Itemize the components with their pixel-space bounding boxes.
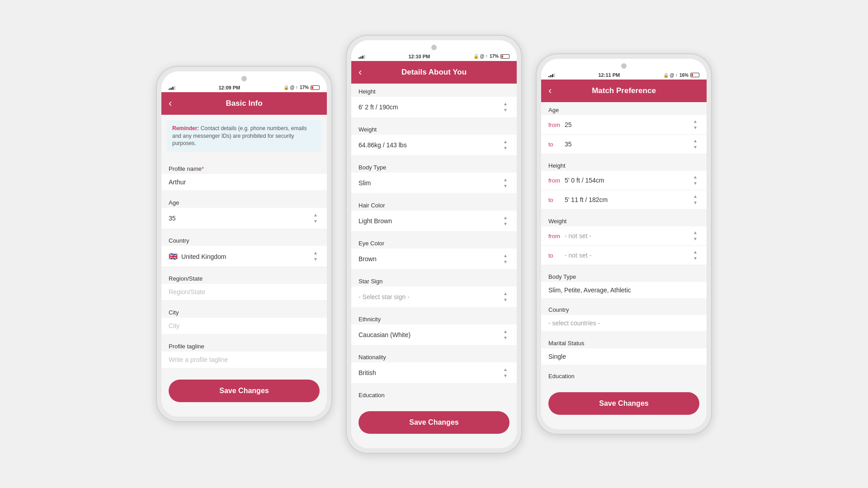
hair-down-2[interactable]: ▼ [501, 221, 509, 227]
star-up-2[interactable]: ▲ [501, 291, 509, 296]
age-from-down-3[interactable]: ▼ [691, 125, 699, 131]
age-to-label-3: to [548, 141, 565, 148]
age-from-label-3: from [548, 122, 565, 128]
tagline-label-1: Profile tagline [161, 338, 327, 352]
weight-to-label-3: to [548, 252, 565, 259]
save-button-2[interactable]: Save Changes [359, 411, 509, 434]
country-stepper-1[interactable]: ▲ ▼ [311, 250, 320, 262]
header-1: ‹ Basic Info [161, 92, 327, 115]
body-type-stepper-2[interactable]: ▲ ▼ [501, 177, 509, 189]
eye-up-2[interactable]: ▲ [501, 253, 509, 258]
education-label-2: Education [351, 387, 517, 400]
height-stepper-2[interactable]: ▲ ▼ [501, 101, 509, 113]
battery-percent-1: 17% [300, 85, 309, 90]
back-button-3[interactable]: ‹ [548, 86, 552, 96]
region-label-1: Region/State [161, 271, 327, 284]
age-to-row-3: to 35 ▲ ▼ [541, 135, 707, 154]
header-2: ‹ Details About You [351, 61, 517, 84]
back-button-2[interactable]: ‹ [359, 67, 362, 77]
age-stepper-1[interactable]: ▲ ▼ [311, 212, 320, 224]
header-3: ‹ Match Preference [541, 80, 707, 102]
height-to-up-3[interactable]: ▲ [691, 194, 699, 199]
body-type-up-2[interactable]: ▲ [501, 177, 509, 183]
weight-from-label-3: from [548, 233, 565, 239]
star-down-2[interactable]: ▼ [501, 297, 509, 303]
country-down-1[interactable]: ▼ [311, 257, 320, 262]
notch-dot-3 [621, 63, 627, 69]
save-button-3[interactable]: Save Changes [548, 392, 699, 415]
battery-percent-3: 16% [679, 73, 689, 78]
height-to-label-3: to [548, 197, 565, 203]
weight-down-2[interactable]: ▼ [501, 145, 509, 151]
ethnicity-value-2: Caucasian (White) [359, 331, 410, 338]
age-down-1[interactable]: ▼ [311, 219, 320, 224]
body-type-label-2: Body Type [351, 160, 517, 173]
ethnicity-down-2[interactable]: ▼ [501, 335, 509, 341]
age-to-stepper-3[interactable]: ▲ ▼ [691, 138, 699, 150]
battery-bar-1 [311, 85, 320, 90]
age-up-1[interactable]: ▲ [311, 212, 320, 218]
nationality-up-2[interactable]: ▲ [501, 367, 509, 372]
weight-to-down-3[interactable]: ▼ [691, 256, 699, 261]
height-from-stepper-3[interactable]: ▲ ▼ [691, 174, 699, 186]
height-to-stepper-3[interactable]: ▲ ▼ [691, 194, 699, 206]
city-input-1[interactable] [161, 318, 327, 334]
star-sign-label-2: Star Sign [351, 273, 517, 286]
height-label-3: Height [541, 158, 707, 171]
tagline-input-1[interactable] [161, 352, 327, 368]
hair-up-2[interactable]: ▲ [501, 215, 509, 221]
weight-to-stepper-3[interactable]: ▲ ▼ [691, 249, 699, 261]
country-up-1[interactable]: ▲ [311, 250, 320, 256]
age-from-stepper-3[interactable]: ▲ ▼ [691, 119, 699, 131]
hair-color-stepper-2[interactable]: ▲ ▼ [501, 215, 509, 227]
save-button-1[interactable]: Save Changes [169, 380, 320, 402]
weight-from-stepper-3[interactable]: ▲ ▼ [691, 230, 699, 242]
region-section-1 [161, 284, 327, 300]
height-up-2[interactable]: ▲ [501, 101, 509, 107]
region-input-1[interactable] [161, 284, 327, 300]
country-label-1: Country [161, 233, 327, 246]
body-type-value-3: Slim, Petite, Average, Athletic [541, 282, 707, 298]
nationality-value-2: British [359, 369, 376, 376]
nationality-field-2: British ▲ ▼ [351, 362, 517, 384]
profile-name-input[interactable] [161, 174, 327, 190]
eye-down-2[interactable]: ▼ [501, 259, 509, 265]
nationality-down-2[interactable]: ▼ [501, 373, 509, 379]
weight-field-2: 64.86kg / 143 lbs ▲ ▼ [351, 135, 517, 156]
height-from-up-3[interactable]: ▲ [691, 174, 699, 180]
age-to-up-3[interactable]: ▲ [691, 138, 699, 144]
nationality-label-2: Nationality [351, 349, 517, 362]
nationality-stepper-2[interactable]: ▲ ▼ [501, 367, 509, 379]
weight-from-up-3[interactable]: ▲ [691, 230, 699, 235]
weight-to-up-3[interactable]: ▲ [691, 249, 699, 255]
age-to-down-3[interactable]: ▼ [691, 145, 699, 150]
content-2: Height 6' 2 ft / 190cm ▲ ▼ Weight 64.86k… [351, 84, 517, 448]
height-to-value-3: 5' 11 ft / 182cm [565, 196, 691, 203]
ethnicity-stepper-2[interactable]: ▲ ▼ [501, 329, 509, 341]
height-from-down-3[interactable]: ▼ [691, 181, 699, 186]
country-field-3: - select countries - [541, 315, 707, 332]
eye-color-stepper-2[interactable]: ▲ ▼ [501, 253, 509, 265]
country-value-1: 🇬🇧 United Kingdom [169, 252, 226, 261]
ethnicity-up-2[interactable]: ▲ [501, 329, 509, 334]
weight-up-2[interactable]: ▲ [501, 139, 509, 145]
age-from-up-3[interactable]: ▲ [691, 119, 699, 124]
phone-notch-1 [161, 71, 327, 84]
weight-stepper-2[interactable]: ▲ ▼ [501, 139, 509, 151]
age-label-1: Age [161, 195, 327, 208]
profile-name-label: Profile name* [161, 161, 327, 174]
star-sign-stepper-2[interactable]: ▲ ▼ [501, 291, 509, 303]
phone-notch-2 [351, 40, 517, 53]
weight-label-2: Weight [351, 122, 517, 135]
hair-color-label-2: Hair Color [351, 197, 517, 211]
weight-from-down-3[interactable]: ▼ [691, 236, 699, 242]
height-down-2[interactable]: ▼ [501, 108, 509, 113]
back-button-1[interactable]: ‹ [169, 99, 172, 108]
phone-1: 12:09 PM 🔒 @ ↑ 17% ‹ Basic Info Reminder… [156, 66, 332, 422]
body-type-down-2[interactable]: ▼ [501, 183, 509, 189]
hair-color-value-2: Light Brown [359, 217, 392, 225]
height-value-2: 6' 2 ft / 190cm [359, 103, 398, 111]
age-from-row-3: from 25 ▲ ▼ [541, 115, 707, 135]
body-type-value-2: Slim [359, 179, 371, 187]
height-to-down-3[interactable]: ▼ [691, 200, 699, 206]
